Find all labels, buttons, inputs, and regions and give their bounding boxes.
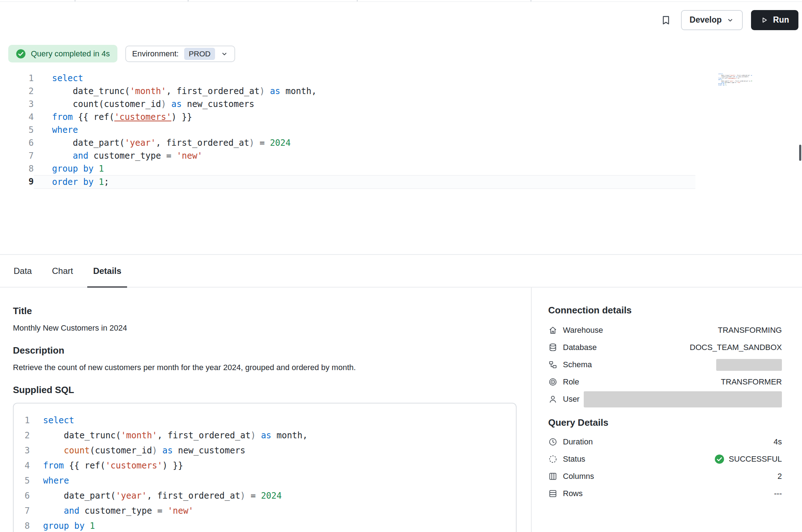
detail-value: DOCS_TEAM_SANDBOX (690, 343, 782, 352)
role-icon (548, 377, 558, 387)
detail-row: Warehouse TRANSFORMING (548, 322, 782, 339)
code-line: 1select (14, 413, 516, 428)
line-number: 9 (0, 175, 34, 189)
code-line: 6 date_part('year', first_ordered_at) = … (0, 136, 802, 149)
code-line: 6 date_part('year', first_ordered_at) = … (14, 488, 516, 503)
editor-minimap[interactable]: select date_trunc('month', first_ordered… (715, 73, 752, 90)
detail-value (584, 391, 782, 407)
title-value: Monthly New Customers in 2024 (13, 323, 517, 333)
detail-value: SUCCESSFUL (729, 454, 782, 464)
supplied-sql-block: 1select2 date_trunc('month', first_order… (13, 403, 517, 532)
detail-value (716, 359, 782, 371)
detail-value: --- (774, 489, 782, 498)
code-line: 5where (0, 123, 802, 136)
line-number: 3 (14, 443, 30, 458)
bookmark-icon (660, 14, 672, 26)
code-line: 2 date_trunc('month', first_ordered_at) … (0, 85, 802, 98)
line-number: 2 (14, 428, 30, 443)
line-number: 2 (0, 85, 34, 98)
detail-label: Role (563, 377, 579, 387)
toolbar: Develop Run (0, 2, 802, 38)
detail-row: Duration 4s (548, 433, 782, 451)
detail-row: User (548, 391, 782, 408)
line-number: 1 (14, 413, 30, 428)
line-number: 8 (0, 162, 34, 175)
columns-icon (548, 472, 558, 481)
connection-details-heading: Connection details (548, 305, 782, 316)
minimap-code: select date_trunc('month', first_ordered… (715, 73, 752, 86)
database-icon (548, 343, 558, 352)
environment-label: Environment: (132, 49, 179, 59)
code-line: 1select (0, 72, 802, 85)
detail-label: Schema (563, 360, 592, 369)
detail-label: Columns (563, 472, 594, 481)
title-heading: Title (13, 305, 517, 317)
warehouse-icon (548, 326, 558, 335)
editor-code[interactable]: 1select2 date_trunc('month', first_order… (0, 72, 802, 189)
bookmark-button[interactable] (659, 13, 673, 27)
rows-icon (548, 489, 558, 498)
status-icon (548, 454, 558, 464)
detail-value: TRANSFORMER (721, 377, 782, 387)
code-line: order by 1; (715, 84, 752, 86)
code-line: 9order by 1; (0, 175, 802, 189)
success-check-icon (714, 454, 724, 464)
detail-label: Duration (563, 437, 593, 447)
query-status-badge: Query completed in 4s (8, 45, 117, 62)
detail-row: Rows --- (548, 485, 782, 502)
tab-chart[interactable]: Chart (46, 255, 79, 287)
tab-divider (531, 0, 531, 1)
code-line: 4from {{ ref('customers') }} (14, 458, 516, 473)
run-button[interactable]: Run (751, 10, 798, 30)
develop-button[interactable]: Develop (681, 10, 743, 30)
code-line: 3 count(customer_id) as new_customers (14, 443, 516, 458)
code-line: 5where (14, 473, 516, 488)
tab-details[interactable]: Details (87, 255, 127, 287)
code-line: 8group by 1 (0, 162, 802, 175)
detail-label: User (563, 395, 579, 404)
tab-divider (75, 0, 75, 1)
line-number: 4 (14, 458, 30, 473)
line-number: 4 (0, 111, 34, 123)
details-panel: Title Monthly New Customers in 2024 Desc… (0, 288, 802, 532)
query-details-heading: Query Details (548, 417, 782, 428)
environment-value-badge: PROD (184, 48, 215, 60)
status-row: Query completed in 4s Environment: PROD (0, 45, 802, 62)
duration-icon (548, 437, 558, 447)
detail-row: Columns 2 (548, 468, 782, 485)
environment-selector[interactable]: Environment: PROD (125, 46, 235, 62)
code-line: 7 and customer_type = 'new' (0, 149, 802, 162)
connection-rows: Warehouse TRANSFORMING Database (548, 322, 782, 408)
code-line: 8group by 1 (14, 518, 516, 532)
supplied-sql-heading: Supplied SQL (13, 384, 517, 396)
code-line: 7 and customer_type = 'new' (14, 503, 516, 518)
line-number: 8 (14, 518, 30, 532)
sql-editor[interactable]: 1select2 date_trunc('month', first_order… (0, 72, 802, 254)
detail-label: Database (563, 343, 597, 352)
detail-row: Status SUCCESSFUL (548, 451, 782, 468)
detail-value: TRANSFORMING (718, 326, 782, 335)
line-number: 7 (0, 149, 34, 162)
detail-value: 4s (774, 437, 782, 447)
code-line: 2 date_trunc('month', first_ordered_at) … (14, 428, 516, 443)
tab-divider (357, 0, 358, 1)
line-number: 1 (0, 72, 34, 85)
detail-label: Status (563, 454, 585, 464)
line-number: 6 (14, 488, 30, 503)
play-icon (760, 16, 768, 24)
schema-icon (548, 360, 558, 369)
results-tabs: Data Chart Details (0, 254, 802, 288)
supplied-sql-code: 1select2 date_trunc('month', first_order… (14, 413, 516, 532)
chevron-down-icon (220, 50, 228, 58)
user-icon (548, 395, 558, 404)
line-number: 3 (0, 98, 34, 111)
detail-label: Warehouse (563, 326, 603, 335)
query-status-text: Query completed in 4s (31, 49, 110, 59)
run-label: Run (773, 15, 789, 25)
tab-data[interactable]: Data (8, 255, 38, 287)
success-check-icon (16, 49, 26, 59)
detail-value: 2 (778, 472, 782, 481)
code-line: 3 count(customer_id) as new_customers (0, 98, 802, 111)
details-sidebar: Connection details Warehouse TRANSFORMIN… (531, 288, 802, 532)
scrollbar-thumb[interactable] (799, 145, 801, 161)
